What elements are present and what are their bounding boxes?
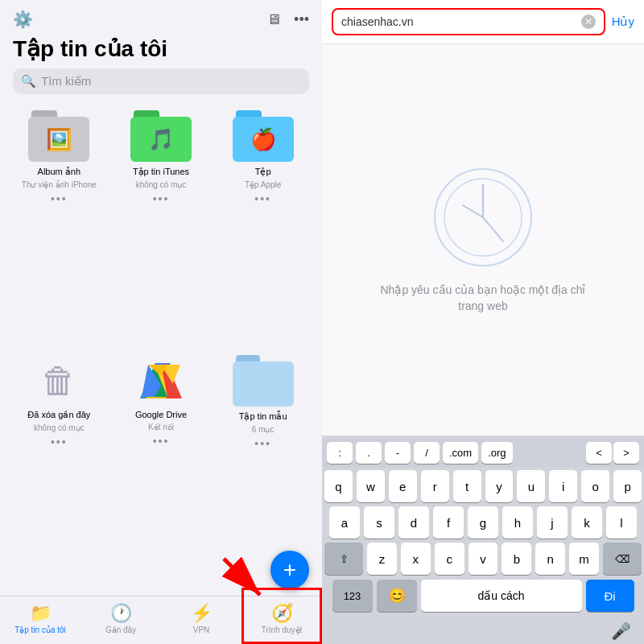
key-j[interactable]: j [537,506,568,539]
key-c[interactable]: c [435,543,464,575]
key-space[interactable]: dấu cách [421,580,582,612]
item-more[interactable]: ••• [51,192,68,205]
key-n[interactable]: n [535,543,565,575]
nav-item-browse[interactable]: 🧭 Trình duyệt [242,603,322,634]
keyboard: : . - / .com .org < > q w e r t y u i o [322,436,644,644]
key-prev[interactable]: < [586,442,612,464]
url-clear-button[interactable]: ✕ [581,14,596,29]
key-emoji[interactable]: 😊 [377,580,417,612]
key-h[interactable]: h [502,506,533,539]
url-bar[interactable]: chiasenhac.vn ✕ [332,8,605,35]
key-r[interactable]: r [421,470,449,502]
key-numbers[interactable]: 123 [332,580,373,612]
nav-label-browse: Trình duyệt [262,625,303,634]
search-icon: 🔍 [21,74,36,89]
key-a[interactable]: a [329,506,360,539]
list-item[interactable]: Google Drive Kết nối ••• [115,355,208,590]
files-icon: 📁 [30,603,52,624]
keyboard-bottom-row: 123 😊 dấu cách Đi [322,576,644,618]
item-more[interactable]: ••• [153,192,170,205]
nav-item-files[interactable]: 📁 Tập tin của tôi [0,603,80,634]
list-item[interactable]: 🗑 Đã xóa gần đây không có mục ••• [13,355,105,590]
page-title: Tập tin của tôi [0,32,322,68]
item-more[interactable]: ••• [51,436,68,448]
key-g[interactable]: g [468,506,498,539]
key-t[interactable]: t [453,470,481,502]
recent-icon: 🕐 [110,603,132,624]
item-label: Tập tin iTunes [133,167,189,177]
nav-item-recent[interactable]: 🕐 Gần đây [80,603,161,634]
key-next[interactable]: > [613,442,639,464]
key-e[interactable]: e [389,470,417,502]
keyboard-rows: q w e r t y u i o p a s d f g h j k [322,467,644,576]
key-y[interactable]: y [485,470,514,502]
key-p[interactable]: p [613,470,642,502]
key-q[interactable]: q [324,470,353,502]
item-more[interactable]: ••• [153,435,170,448]
key-f[interactable]: f [433,506,464,539]
add-button[interactable]: + [270,551,309,589]
key-d[interactable]: d [398,506,429,539]
settings-icon[interactable]: ⚙️ [13,10,33,29]
keyboard-row-1: q w e r t y u i o p [324,470,642,502]
item-label: Tệp [255,167,271,177]
key-v[interactable]: v [469,543,498,575]
keyboard-row-3: ⇧ z x c v b n m ⌫ [324,543,642,575]
key-i[interactable]: i [549,470,577,502]
item-label: Tập tin mẫu [239,411,287,422]
key-shift[interactable]: ⇧ [324,543,363,575]
left-header: ⚙️ 🖥 ••• [0,0,322,32]
browser-hint: Nhập yêu cầu của bạn hoặc một địa chỉ tr… [381,283,586,314]
more-icon[interactable]: ••• [294,11,309,28]
key-colon[interactable]: : [327,442,353,464]
keyboard-mic-row: 🎤 [322,618,644,644]
svg-line-16 [483,217,503,242]
key-b[interactable]: b [502,543,531,575]
gdrive-logo [140,361,182,400]
nav-item-vpn[interactable]: ⚡ VPN [161,603,242,634]
mic-icon[interactable]: 🎤 [611,621,631,641]
cancel-button[interactable]: Hủy [612,14,634,29]
key-dotcom[interactable]: .com [443,442,478,464]
search-placeholder: Tìm kiếm [41,74,91,89]
files-grid: 🖼️ Album ảnh Thư viện ảnh iPhone ••• 🎵 T… [0,104,322,596]
browser-header: chiasenhac.vn ✕ Hủy [322,0,644,44]
key-dotorg[interactable]: .org [481,442,512,464]
item-sublabel: Tệp Apple [245,180,281,189]
right-panel: chiasenhac.vn ✕ Hủy Nhập yêu cầu của bạn… [322,0,644,644]
compass-illustration [431,165,535,270]
keyboard-nav: < > [586,442,639,464]
browse-icon: 🧭 [271,603,293,624]
key-u[interactable]: u [517,470,545,502]
key-k[interactable]: k [572,506,602,539]
key-delete[interactable]: ⌫ [603,543,642,575]
nav-label-recent: Gần đây [105,625,136,634]
list-item[interactable]: 🖼️ Album ảnh Thư viện ảnh iPhone ••• [13,110,105,345]
item-sublabel: 6 mục [252,425,275,434]
key-dot[interactable]: . [356,442,382,464]
key-hyphen[interactable]: - [385,442,411,464]
list-item[interactable]: 🎵 Tập tin iTunes không có mục ••• [115,110,208,345]
url-text: chiasenhac.vn [341,15,414,28]
key-o[interactable]: o [581,470,609,502]
monitor-icon[interactable]: 🖥 [266,11,281,28]
left-panel: ⚙️ 🖥 ••• Tập tin của tôi 🔍 Tìm kiếm 🖼️ A… [0,0,322,644]
key-z[interactable]: z [367,543,397,575]
vpn-icon: ⚡ [191,603,213,624]
search-bar[interactable]: 🔍 Tìm kiếm [13,68,309,94]
item-sublabel: Kết nối [148,423,174,431]
key-go[interactable]: Đi [586,580,634,612]
item-label: Album ảnh [38,167,80,177]
list-item[interactable]: 🍎 Tệp Tệp Apple ••• [217,110,309,345]
keyboard-toolbar: : . - / .com .org < > [322,439,644,467]
key-w[interactable]: w [357,470,385,502]
item-more[interactable]: ••• [254,437,271,450]
item-more[interactable]: ••• [254,192,271,205]
nav-label-files: Tập tin của tôi [14,625,66,634]
red-arrow-indicator [216,551,264,599]
key-slash[interactable]: / [414,442,440,464]
key-l[interactable]: l [606,506,637,539]
key-s[interactable]: s [364,506,394,539]
key-x[interactable]: x [401,543,431,575]
key-m[interactable]: m [569,543,599,575]
